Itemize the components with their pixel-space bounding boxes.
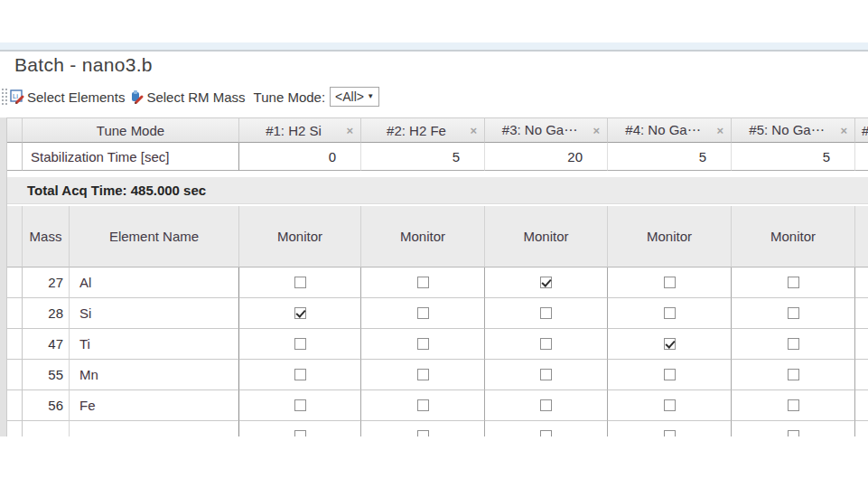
cell-clipped — [855, 390, 868, 421]
total-acq-time-bar: Total Acq Time: 485.000 sec — [7, 177, 868, 204]
monitor-checkbox[interactable] — [417, 399, 429, 411]
element-name-cell[interactable]: Mn — [70, 360, 239, 390]
monitor-column-header: Monitor — [732, 206, 855, 267]
monitor-checkbox[interactable] — [294, 277, 306, 288]
element-name-column-header: Element Name — [70, 206, 239, 267]
tune-mode-selected-value: <All> — [335, 89, 364, 104]
monitor-checkbox[interactable] — [664, 307, 676, 319]
section-gap — [7, 171, 868, 177]
close-icon[interactable]: × — [346, 124, 353, 137]
batch-grid: Tune Mode #1: H2 Si × #2: H2 Fe × #3: No… — [0, 117, 868, 436]
monitor-checkbox[interactable] — [294, 338, 306, 350]
header-cell-clipped — [855, 206, 868, 267]
tune-column-header[interactable]: #2: H2 Fe × — [361, 117, 485, 143]
row-selector[interactable] — [7, 143, 23, 171]
mass-cell[interactable]: 56 — [23, 390, 70, 421]
monitor-checkbox[interactable] — [540, 399, 552, 411]
monitor-checkbox[interactable] — [417, 430, 429, 436]
mass-cell[interactable]: 55 — [23, 360, 70, 390]
monitor-checkbox[interactable] — [788, 277, 799, 288]
table-row: 55 Mn — [7, 360, 868, 390]
table-row-clipped — [7, 421, 868, 436]
monitor-column-header: Monitor — [361, 206, 485, 267]
mass-cell[interactable]: 27 — [23, 267, 70, 298]
monitor-checkbox[interactable] — [788, 430, 799, 436]
stabilization-time-row-label: Stabilization Time [sec] — [23, 143, 239, 171]
monitor-checkbox[interactable] — [540, 277, 552, 288]
close-icon[interactable]: × — [840, 124, 847, 137]
rm-mass-edit-icon — [129, 89, 145, 105]
close-icon[interactable]: × — [716, 124, 723, 137]
mass-cell[interactable] — [23, 421, 70, 436]
row-selector[interactable] — [7, 421, 23, 436]
close-icon[interactable]: × — [470, 124, 477, 137]
monitor-checkbox[interactable] — [788, 338, 799, 350]
tune-column-header-clipped: # — [855, 117, 868, 143]
element-name-cell[interactable]: Si — [70, 298, 239, 329]
stabilization-time-cell[interactable]: 20 — [485, 143, 608, 171]
monitor-checkbox[interactable] — [788, 307, 799, 319]
monitor-checkbox[interactable] — [788, 369, 799, 380]
chevron-down-icon: ▼ — [367, 93, 374, 100]
monitor-checkbox[interactable] — [294, 399, 306, 411]
cell-clipped — [855, 267, 868, 298]
element-name-cell[interactable]: Al — [70, 267, 239, 298]
row-selector[interactable] — [7, 360, 23, 390]
monitor-checkbox[interactable] — [664, 430, 676, 436]
tune-column-header[interactable]: #4: No Ga⋯ × — [608, 117, 732, 143]
stabilization-time-cell[interactable]: 5 — [361, 143, 485, 171]
row-selector[interactable] — [7, 390, 23, 421]
monitor-checkbox[interactable] — [540, 307, 552, 319]
mass-cell[interactable]: 47 — [23, 329, 70, 360]
monitor-checkbox[interactable] — [664, 369, 676, 380]
select-elements-button[interactable]: Li Select Elements — [10, 89, 125, 105]
monitor-checkbox[interactable] — [540, 338, 552, 350]
tune-column-label: #3: No Ga⋯ — [502, 122, 577, 138]
cell-clipped — [855, 329, 868, 360]
window-top-strip — [0, 42, 868, 52]
stabilization-time-cell[interactable]: 5 — [608, 143, 732, 171]
monitor-column-header: Monitor — [485, 206, 608, 267]
row-selector[interactable] — [7, 298, 23, 329]
tune-column-label: #5: No Ga⋯ — [749, 122, 824, 138]
monitor-checkbox[interactable] — [540, 430, 552, 436]
monitor-checkbox[interactable] — [294, 369, 306, 380]
tune-mode-table: Tune Mode #1: H2 Si × #2: H2 Fe × #3: No… — [7, 117, 868, 171]
stabilization-time-cell[interactable]: 5 — [732, 143, 855, 171]
cell-clipped — [855, 421, 868, 436]
header-corner-cell — [7, 206, 23, 267]
stabilization-time-cell-clipped — [855, 143, 868, 171]
monitor-checkbox[interactable] — [417, 338, 429, 350]
tune-mode-header: Tune Mode — [23, 117, 239, 143]
monitor-checkbox[interactable] — [788, 399, 799, 411]
monitor-checkbox[interactable] — [664, 277, 676, 288]
element-name-cell[interactable]: Fe — [70, 390, 239, 421]
monitor-checkbox[interactable] — [540, 369, 552, 380]
select-rm-mass-button[interactable]: Select RM Mass — [129, 89, 245, 105]
tune-column-header[interactable]: #5: No Ga⋯ × — [732, 117, 855, 143]
periodic-table-edit-icon: Li — [10, 89, 26, 105]
tune-mode-select[interactable]: <All> ▼ — [330, 87, 379, 107]
monitor-checkbox[interactable] — [417, 369, 429, 380]
monitor-checkbox[interactable] — [294, 307, 306, 319]
page-title: Batch - nano3.b — [14, 54, 153, 76]
element-name-cell[interactable] — [70, 421, 239, 436]
tune-column-header[interactable]: #1: H2 Si × — [239, 117, 361, 143]
element-name-cell[interactable]: Ti — [70, 329, 239, 360]
row-selector[interactable] — [7, 329, 23, 360]
element-table-header: Mass Element Name Monitor Monitor Monito… — [7, 206, 868, 267]
cell-clipped — [855, 360, 868, 390]
monitor-checkbox[interactable] — [664, 399, 676, 411]
total-acq-time: Total Acq Time: 485.000 sec — [27, 183, 206, 198]
tune-column-header[interactable]: #3: No Ga⋯ × — [485, 117, 608, 143]
mass-cell[interactable]: 28 — [23, 298, 70, 329]
close-icon[interactable]: × — [593, 124, 600, 137]
monitor-checkbox[interactable] — [417, 307, 429, 319]
mass-column-header: Mass — [23, 206, 70, 267]
monitor-checkbox[interactable] — [417, 277, 429, 288]
monitor-checkbox[interactable] — [294, 430, 306, 436]
toolbar-drag-handle[interactable] — [1, 87, 7, 107]
monitor-checkbox[interactable] — [664, 338, 676, 350]
row-selector[interactable] — [7, 267, 23, 298]
stabilization-time-cell[interactable]: 0 — [239, 143, 361, 171]
